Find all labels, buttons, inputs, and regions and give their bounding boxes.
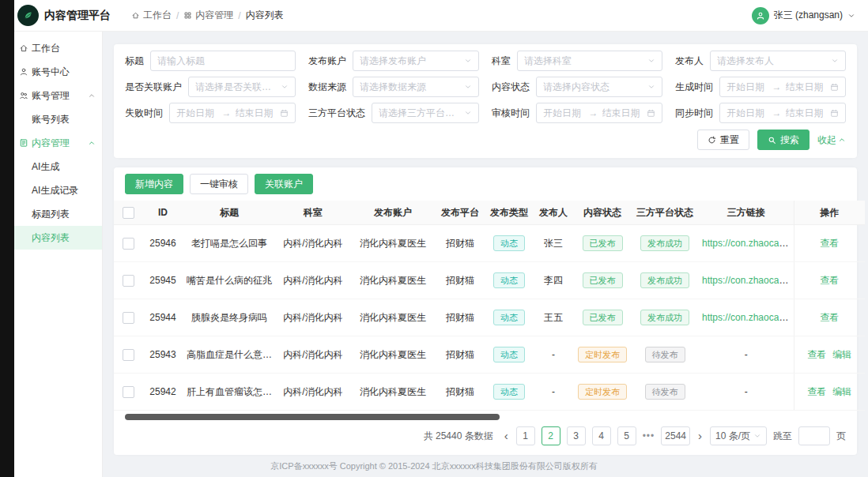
- third-status-tag: 待发布: [645, 347, 685, 362]
- filter-publisher: 发布人 请选择发布人: [675, 51, 846, 71]
- row-checkbox[interactable]: [123, 349, 134, 361]
- row-checkbox[interactable]: [123, 275, 134, 287]
- cell-dept: 内科/消化内科: [275, 336, 351, 374]
- view-link[interactable]: 查看: [820, 238, 839, 249]
- source-select[interactable]: 请选择数据来源: [353, 77, 479, 97]
- audit-time-range[interactable]: 开始日期 → 结束日期: [536, 103, 662, 123]
- collapse-filters-link[interactable]: 收起: [817, 133, 846, 147]
- filter-fail-time: 失败时间 开始日期 → 结束日期: [125, 103, 296, 123]
- sync-time-range[interactable]: 开始日期 → 结束日期: [719, 103, 846, 123]
- view-link[interactable]: 查看: [820, 275, 839, 286]
- main-content: 标题 发布账户 请选择发布账户 科室 请选择科室: [103, 32, 868, 477]
- link-account-button[interactable]: 关联账户: [255, 174, 313, 194]
- page-button-last[interactable]: 2544: [661, 426, 690, 445]
- content-status-select[interactable]: 请选择内容状态: [536, 77, 662, 97]
- sidebar-group-content-mgmt[interactable]: 内容管理: [14, 131, 102, 155]
- sidebar-item-ai-records[interactable]: AI生成记录: [14, 178, 102, 202]
- cell-title: 高脂血症是什么意思?: [183, 336, 275, 374]
- third-link[interactable]: https://con.zhaocaimao...: [702, 238, 794, 249]
- filter-panel: 标题 发布账户 请选择发布账户 科室 请选择科室: [114, 44, 857, 158]
- filter-label: 发布账户: [308, 54, 346, 68]
- sidebar-item-content-list[interactable]: 内容列表: [14, 226, 102, 250]
- filter-label: 生成时间: [675, 81, 713, 94]
- cell-dept: 内科/消化内科: [275, 225, 351, 262]
- table-header-row: ID 标题 科室 发布账户 发布平台 发布类型 发布人 内容状态 三方平台状态 …: [114, 201, 865, 225]
- page-size-value: 10 条/页: [715, 430, 750, 443]
- page-button-1[interactable]: 1: [516, 426, 535, 445]
- sidebar-group-account-mgmt[interactable]: 账号管理: [14, 84, 102, 107]
- breadcrumb-content-mgmt[interactable]: 内容管理: [183, 9, 233, 22]
- edit-link[interactable]: 编辑: [832, 349, 851, 360]
- reset-button[interactable]: 重置: [697, 130, 749, 150]
- content-table-card: 新增内容 一键审核 关联账户 ID 标题 科室 发布账户: [114, 167, 857, 455]
- page-size-select[interactable]: 10 条/页: [710, 426, 767, 445]
- calendar-icon: [830, 109, 839, 118]
- view-link[interactable]: 查看: [820, 312, 839, 323]
- app-window: 内容管理平台 工作台 / 内容管理 / 内容列表: [0, 0, 868, 477]
- sidebar-item-label: AI生成: [32, 160, 59, 174]
- sidebar-item-label: 账号列表: [32, 113, 70, 126]
- search-button[interactable]: 搜索: [757, 130, 810, 150]
- title-input-wrap: [150, 51, 296, 71]
- sidebar-item-label: AI生成记录: [32, 184, 78, 197]
- add-content-button[interactable]: 新增内容: [125, 174, 183, 194]
- sidebar-item-account-list[interactable]: 账号列表: [14, 107, 102, 131]
- row-checkbox[interactable]: [123, 312, 134, 324]
- row-checkbox[interactable]: [123, 238, 134, 250]
- type-tag: 动态: [493, 310, 525, 325]
- page-button-2-active[interactable]: 2: [542, 426, 560, 445]
- filter-gen-time: 生成时间 开始日期 → 结束日期: [675, 77, 846, 97]
- pagination: 共 25440 条数据 ‹ 1 2 3 4 5 ••• 2544 › 10 条/…: [114, 420, 857, 455]
- filter-pub-account: 发布账户 请选择发布账户: [308, 51, 479, 71]
- page-button-4[interactable]: 4: [592, 426, 611, 445]
- col-id: ID: [142, 201, 183, 225]
- cell-account: 消化内科夏医生: [351, 262, 435, 299]
- select-all-checkbox[interactable]: [123, 207, 134, 219]
- gen-time-range[interactable]: 开始日期 → 结束日期: [719, 77, 846, 97]
- chevron-up-icon: [88, 139, 96, 147]
- sidebar-item-title-list[interactable]: 标题列表: [14, 202, 102, 226]
- sidebar-item-ai-generate[interactable]: AI生成: [14, 155, 102, 178]
- department-select[interactable]: 请选择科室: [517, 51, 662, 71]
- third-status-select[interactable]: 请选择三方平台状态: [372, 103, 479, 123]
- prev-page-button[interactable]: ‹: [503, 427, 510, 445]
- publisher-select[interactable]: 请选择发布人: [710, 51, 846, 71]
- chevron-down-icon: [753, 432, 761, 440]
- filter-content-status: 内容状态 请选择内容状态: [492, 77, 662, 97]
- view-link[interactable]: 查看: [807, 386, 826, 397]
- breadcrumb-separator: /: [238, 10, 240, 21]
- sidebar-item-account-center[interactable]: 账号中心: [14, 60, 102, 84]
- one-click-audit-button[interactable]: 一键审核: [190, 174, 248, 194]
- user-menu[interactable]: 张三 (zhangsan): [752, 7, 855, 24]
- page-button-3[interactable]: 3: [567, 426, 586, 445]
- user-name: 张三 (zhangsan): [774, 9, 843, 22]
- pub-account-select[interactable]: 请选择发布账户: [353, 51, 479, 71]
- col-publisher: 发布人: [533, 201, 574, 225]
- breadcrumb-workbench[interactable]: 工作台: [131, 9, 172, 22]
- type-tag: 动态: [493, 347, 525, 362]
- view-link[interactable]: 查看: [807, 349, 826, 360]
- arrow-right-icon: →: [589, 107, 598, 118]
- page-button-5[interactable]: 5: [617, 426, 636, 445]
- status-tag: 定时发布: [578, 384, 627, 400]
- cell-publisher: 张三: [533, 225, 574, 262]
- jump-page-input[interactable]: [798, 426, 830, 445]
- cell-title: 嘴苦是什么病的征兆: [183, 262, 275, 299]
- row-checkbox[interactable]: [123, 386, 134, 398]
- edit-link[interactable]: 编辑: [832, 386, 851, 397]
- linked-account-select[interactable]: 请选择是否关联账户: [188, 77, 296, 97]
- chevron-down-icon: [647, 57, 655, 65]
- search-icon: [768, 136, 776, 145]
- table-scroll-track: [125, 414, 846, 420]
- third-link[interactable]: https://con.zhaocaimao...: [702, 312, 794, 323]
- horizontal-scrollbar[interactable]: [125, 414, 500, 420]
- title-input[interactable]: [157, 55, 289, 66]
- fail-time-range[interactable]: 开始日期 → 结束日期: [169, 103, 296, 123]
- more-pages-ellipsis[interactable]: •••: [643, 430, 655, 441]
- cell-platform: 招财猫: [435, 336, 485, 374]
- select-placeholder: 请选择科室: [524, 54, 644, 68]
- next-page-button[interactable]: ›: [696, 427, 704, 445]
- cell-account: 消化内科夏医生: [351, 299, 435, 336]
- sidebar-item-workbench[interactable]: 工作台: [14, 36, 102, 60]
- third-link[interactable]: https://con.zhaocaimao...: [702, 275, 794, 286]
